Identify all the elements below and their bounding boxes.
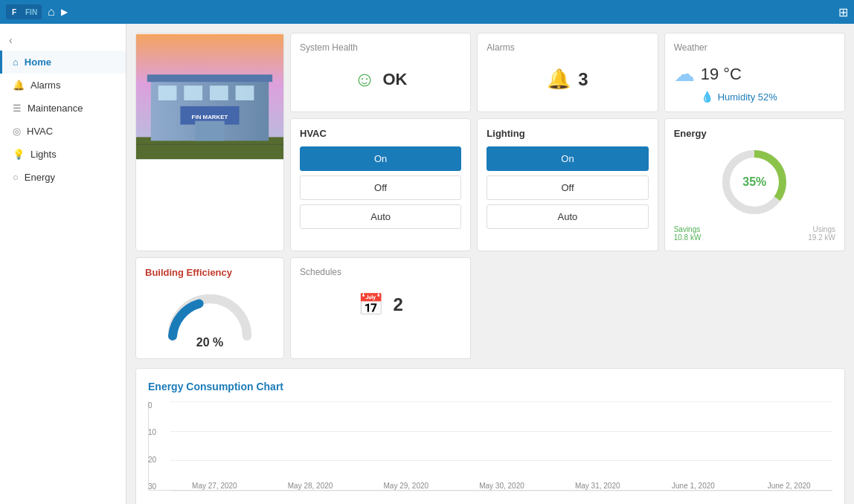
efficiency-title: Building Efficiency [145,267,274,278]
savings-value: 10.8 kW [674,233,702,242]
hvac-icon: ◎ [13,126,21,137]
svg-rect-7 [184,85,202,100]
sidebar-label-home: Home [25,56,51,68]
sidebar-item-lights[interactable]: 💡 Lights [0,143,126,166]
chart-title: Energy Consumption Chart [148,381,832,392]
y-axis: 30 20 10 0 [148,401,156,491]
alarm-bell-icon: 🔔 [547,68,571,91]
chart-bar-group: May 27, 2020 [171,477,258,490]
hvac-title: HVAC [300,128,461,139]
main-layout: ‹ ⌂ Home 🔔 Alarms ☰ Maintenance ◎ HVAC 💡… [0,24,854,504]
grid-view-icon[interactable]: ⊞ [838,6,848,19]
system-health-status: OK [382,70,407,89]
energy-percent: 35% [742,175,766,189]
svg-rect-5 [147,74,272,82]
gauge-container: 20 % [145,284,274,349]
building-svg: FIN MARKET [136,33,283,160]
chart-bar-group: May 28, 2020 [267,477,354,490]
app-logo: F FIN [6,4,42,19]
lighting-on-button[interactable]: On [487,146,648,171]
sidebar-item-energy[interactable]: ○ Energy [0,166,126,189]
hvac-controls: On Off Auto [300,146,461,229]
energy-labels: Savings 10.8 kW Usings 19.2 kW [674,225,835,242]
chart-bar-label: May 27, 2020 [192,482,237,490]
usings-info: Usings 19.2 kW [808,225,835,242]
lighting-controls: On Off Auto [487,146,648,229]
schedules-count: 2 [393,294,402,315]
hvac-off-button[interactable]: Off [300,175,461,200]
y-label-2: 10 [148,428,156,436]
temperature-value: 19 °C [701,65,742,84]
efficiency-percent: 20 % [196,336,223,349]
y-label-0: 30 [148,482,156,491]
hvac-card: HVAC On Off Auto [290,118,471,251]
schedules-title: Schedules [300,267,461,277]
building-image-card: FIN MARKET [135,33,284,251]
forward-icon[interactable]: ▶ [61,7,68,17]
lighting-auto-button[interactable]: Auto [487,204,648,229]
chart-bar-group: June 1, 2020 [650,477,737,490]
lights-icon: 💡 [13,149,25,160]
energy-chart-card: Energy Consumption Chart 30 20 10 0 [135,368,845,504]
weather-card: Weather ☁ 19 °C 💧 Humidity 52% [664,33,845,112]
chart-bar-label: May 29, 2020 [383,482,428,490]
lighting-title: Lighting [487,128,648,139]
home-icon: ⌂ [13,56,19,68]
hvac-on-button[interactable]: On [300,146,461,171]
back-arrow-icon: ‹ [9,34,13,46]
y-label-3: 0 [148,401,156,410]
humidity-drop-icon: 💧 [701,91,713,103]
hvac-auto-button[interactable]: Auto [300,204,461,229]
calendar-icon: 📅 [358,292,384,317]
svg-text:F: F [12,8,16,16]
chart-bar-group: June 2, 2020 [745,477,832,490]
cards-grid: FIN MARKET System Health ☺ OK [135,33,845,359]
chart-bars: May 27, 2020May 28, 2020May 29, 2020May … [148,401,832,491]
building-image-wrapper: FIN MARKET [136,33,283,160]
alarms-icon: 🔔 [13,80,25,91]
savings-info: Savings 10.8 kW [674,225,702,242]
cloud-icon: ☁ [674,62,695,86]
chart-bar-label: May 28, 2020 [288,482,333,490]
weather-humidity: 💧 Humidity 52% [674,91,835,103]
svg-rect-6 [158,85,177,100]
top-navigation: F FIN ⌂ ▶ ⊞ [0,0,854,24]
svg-rect-12 [195,121,225,141]
sidebar-item-hvac[interactable]: ◎ HVAC [0,120,126,143]
sidebar-label-energy: Energy [25,172,55,183]
lighting-card: Lighting On Off Auto [477,118,658,251]
alarms-content: 🔔 3 [487,68,648,91]
sidebar-back-button[interactable]: ‹ [0,30,126,51]
logo-icon: F [10,6,22,18]
system-health-title: System Health [300,42,461,53]
svg-text:FIN MARKET: FIN MARKET [192,114,228,120]
lighting-off-button[interactable]: Off [487,175,648,200]
sidebar-item-maintenance[interactable]: ☰ Maintenance [0,97,126,120]
schedules-content: 📅 2 [300,292,461,317]
sidebar-item-home[interactable]: ⌂ Home [0,51,126,74]
savings-title: Savings [674,225,702,233]
chart-bar-label: June 1, 2020 [672,482,715,490]
app-name: FIN [25,8,37,16]
sidebar-label-hvac: HVAC [27,126,53,137]
energy-donut: 35% [717,145,792,219]
gauge-svg [161,284,258,343]
chart-bar-label: May 31, 2020 [575,482,620,490]
chart-bar-group: May 31, 2020 [554,477,641,490]
sidebar-label-maintenance: Maintenance [28,103,83,114]
sidebar-item-alarms[interactable]: 🔔 Alarms [0,74,126,97]
sidebar-label-lights: Lights [30,149,57,160]
usings-value: 19.2 kW [808,233,835,242]
alarms-title: Alarms [487,42,648,53]
grid-line-0 [170,491,832,491]
alarms-card: Alarms 🔔 3 [477,33,658,112]
system-health-content: ☺ OK [300,68,461,91]
energy-card: Energy 35% Savings 10.8 kW [664,118,845,251]
humidity-value: Humidity 52% [718,91,777,103]
home-nav-icon[interactable]: ⌂ [48,5,55,19]
main-content: FIN MARKET System Health ☺ OK [126,24,854,504]
chart-bar-label: May 30, 2020 [479,482,524,490]
usings-title: Usings [808,225,835,233]
svg-rect-8 [210,85,228,100]
chart-bar-label: June 2, 2020 [768,482,811,490]
